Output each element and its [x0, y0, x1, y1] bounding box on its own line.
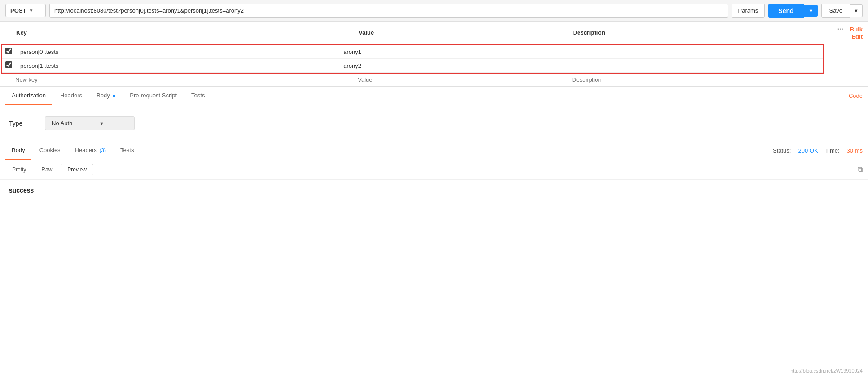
- body-dot-indicator: [113, 95, 115, 97]
- auth-row: Type No Auth ▼: [9, 116, 859, 130]
- actions-column-header: ··· Bulk Edit: [825, 22, 868, 44]
- value-column-header: Value: [353, 22, 567, 44]
- new-value-cell[interactable]: [353, 74, 567, 86]
- response-body: success: [0, 180, 868, 201]
- auth-type-value: No Auth: [52, 120, 72, 127]
- bulk-edit-button[interactable]: Bulk Edit: [850, 26, 863, 40]
- tab-tests[interactable]: Tests: [185, 87, 211, 105]
- send-button[interactable]: Send: [768, 4, 803, 18]
- code-link[interactable]: Code: [849, 87, 863, 105]
- row-checkbox-1[interactable]: [5, 48, 12, 54]
- new-row-checkbox-cell: [0, 74, 11, 86]
- value-cell: arony2: [339, 59, 541, 73]
- description-column-header: Description: [568, 22, 825, 44]
- tab-pre-request[interactable]: Pre-request Script: [123, 87, 183, 105]
- format-tab-preview[interactable]: Preview: [61, 164, 93, 175]
- tab-headers[interactable]: Headers: [54, 87, 88, 105]
- table-row: person[0].tests arony1 person[1].tests a…: [0, 44, 868, 74]
- value-cell: arony1: [339, 45, 541, 59]
- save-group: Save ▼: [821, 4, 863, 18]
- new-key-input[interactable]: [15, 76, 349, 83]
- auth-type-select[interactable]: No Auth ▼: [45, 116, 135, 130]
- response-section: Body Cookies Headers (3) Tests Status: 2…: [0, 141, 868, 201]
- copy-icon-button[interactable]: ⧉: [858, 166, 863, 174]
- top-bar: POST ▼ Params Send ▼ Save ▼: [0, 0, 868, 22]
- table-row: person[0].tests arony1: [2, 45, 823, 59]
- tab-body[interactable]: Body: [90, 87, 122, 105]
- send-group: Send ▼: [768, 4, 818, 18]
- params-button[interactable]: Params: [732, 4, 765, 18]
- method-chevron: ▼: [29, 8, 33, 13]
- response-status: Status: 200 OK Time: 30 ms: [773, 147, 863, 154]
- time-value: 30 ms: [847, 147, 863, 154]
- request-tabs: Authorization Headers Body Pre-request S…: [0, 86, 868, 105]
- response-content: success: [9, 187, 34, 194]
- key-column-header: Key: [11, 22, 353, 44]
- url-input[interactable]: [49, 4, 728, 18]
- headers-badge: (3): [99, 147, 106, 153]
- method-select[interactable]: POST ▼: [5, 4, 46, 17]
- auth-section: Type No Auth ▼: [0, 105, 868, 141]
- new-key-cell[interactable]: [11, 74, 353, 86]
- row-checkbox-2[interactable]: [5, 61, 12, 68]
- format-tab-raw[interactable]: Raw: [35, 164, 59, 175]
- more-options-icon[interactable]: ···: [836, 25, 845, 33]
- response-tab-tests[interactable]: Tests: [114, 141, 140, 160]
- time-label: Time:: [825, 147, 840, 154]
- new-desc-input[interactable]: [572, 76, 820, 83]
- params-table: Key Value Description ··· Bulk Edit: [0, 22, 868, 86]
- response-tabs: Body Cookies Headers (3) Tests Status: 2…: [0, 141, 868, 160]
- new-desc-cell[interactable]: [568, 74, 825, 86]
- params-section: Key Value Description ··· Bulk Edit: [0, 22, 868, 86]
- desc-cell: [541, 45, 823, 59]
- desc-cell: [541, 59, 823, 73]
- save-chevron-button[interactable]: ▼: [850, 4, 863, 17]
- auth-chevron-icon: ▼: [99, 121, 104, 126]
- new-value-input[interactable]: [358, 76, 563, 83]
- new-params-row: [0, 74, 868, 86]
- key-cell: person[0].tests: [16, 45, 339, 59]
- status-label: Status:: [773, 147, 791, 154]
- checkbox-header-cell: [0, 22, 11, 44]
- response-tab-body[interactable]: Body: [5, 141, 31, 160]
- send-chevron-button[interactable]: ▼: [804, 5, 818, 17]
- copy-icon: ⧉: [858, 166, 863, 173]
- format-tabs: Pretty Raw Preview ⧉: [0, 160, 868, 180]
- response-tab-headers[interactable]: Headers (3): [69, 141, 112, 160]
- save-button[interactable]: Save: [821, 4, 850, 18]
- auth-type-label: Type: [9, 120, 36, 127]
- response-tab-cookies[interactable]: Cookies: [33, 141, 67, 160]
- new-row-actions: [825, 74, 868, 86]
- method-label: POST: [10, 7, 26, 14]
- format-tab-pretty[interactable]: Pretty: [5, 164, 33, 175]
- tab-authorization[interactable]: Authorization: [5, 87, 52, 105]
- table-row: person[1].tests arony2: [2, 59, 823, 73]
- status-value: 200 OK: [798, 147, 818, 154]
- key-cell: person[1].tests: [16, 59, 339, 73]
